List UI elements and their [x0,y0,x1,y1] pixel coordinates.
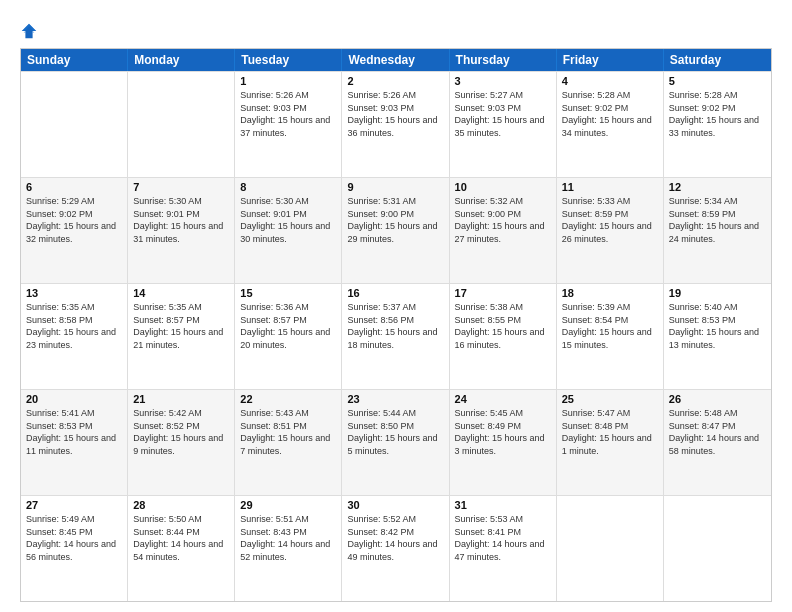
cell-info-text: Sunrise: 5:48 AM Sunset: 8:47 PM Dayligh… [669,407,766,457]
cell-day-number: 4 [562,75,658,87]
calendar-cell: 24Sunrise: 5:45 AM Sunset: 8:49 PM Dayli… [450,390,557,495]
cell-day-number: 15 [240,287,336,299]
calendar-cell: 19Sunrise: 5:40 AM Sunset: 8:53 PM Dayli… [664,284,771,389]
cell-info-text: Sunrise: 5:26 AM Sunset: 9:03 PM Dayligh… [347,89,443,139]
cell-info-text: Sunrise: 5:53 AM Sunset: 8:41 PM Dayligh… [455,513,551,563]
calendar-cell: 11Sunrise: 5:33 AM Sunset: 8:59 PM Dayli… [557,178,664,283]
calendar-cell: 17Sunrise: 5:38 AM Sunset: 8:55 PM Dayli… [450,284,557,389]
cell-info-text: Sunrise: 5:37 AM Sunset: 8:56 PM Dayligh… [347,301,443,351]
cell-day-number: 19 [669,287,766,299]
cell-day-number: 27 [26,499,122,511]
calendar-cell: 27Sunrise: 5:49 AM Sunset: 8:45 PM Dayli… [21,496,128,601]
calendar-cell: 31Sunrise: 5:53 AM Sunset: 8:41 PM Dayli… [450,496,557,601]
page: SundayMondayTuesdayWednesdayThursdayFrid… [0,0,792,612]
cell-day-number: 6 [26,181,122,193]
cell-info-text: Sunrise: 5:35 AM Sunset: 8:58 PM Dayligh… [26,301,122,351]
calendar-header: SundayMondayTuesdayWednesdayThursdayFrid… [21,49,771,71]
calendar-row-1: 1Sunrise: 5:26 AM Sunset: 9:03 PM Daylig… [21,71,771,177]
calendar-cell: 15Sunrise: 5:36 AM Sunset: 8:57 PM Dayli… [235,284,342,389]
calendar-cell: 14Sunrise: 5:35 AM Sunset: 8:57 PM Dayli… [128,284,235,389]
cell-info-text: Sunrise: 5:51 AM Sunset: 8:43 PM Dayligh… [240,513,336,563]
cell-day-number: 14 [133,287,229,299]
cell-day-number: 26 [669,393,766,405]
calendar-cell: 13Sunrise: 5:35 AM Sunset: 8:58 PM Dayli… [21,284,128,389]
calendar-cell [557,496,664,601]
cell-info-text: Sunrise: 5:29 AM Sunset: 9:02 PM Dayligh… [26,195,122,245]
cell-info-text: Sunrise: 5:30 AM Sunset: 9:01 PM Dayligh… [133,195,229,245]
cell-day-number: 29 [240,499,336,511]
header-day-tuesday: Tuesday [235,49,342,71]
cell-info-text: Sunrise: 5:28 AM Sunset: 9:02 PM Dayligh… [669,89,766,139]
calendar-cell: 10Sunrise: 5:32 AM Sunset: 9:00 PM Dayli… [450,178,557,283]
calendar-cell [128,72,235,177]
cell-info-text: Sunrise: 5:40 AM Sunset: 8:53 PM Dayligh… [669,301,766,351]
cell-day-number: 20 [26,393,122,405]
cell-day-number: 9 [347,181,443,193]
calendar-row-2: 6Sunrise: 5:29 AM Sunset: 9:02 PM Daylig… [21,177,771,283]
calendar-cell: 22Sunrise: 5:43 AM Sunset: 8:51 PM Dayli… [235,390,342,495]
cell-info-text: Sunrise: 5:45 AM Sunset: 8:49 PM Dayligh… [455,407,551,457]
calendar-cell: 3Sunrise: 5:27 AM Sunset: 9:03 PM Daylig… [450,72,557,177]
calendar-row-5: 27Sunrise: 5:49 AM Sunset: 8:45 PM Dayli… [21,495,771,601]
cell-info-text: Sunrise: 5:32 AM Sunset: 9:00 PM Dayligh… [455,195,551,245]
calendar-cell: 5Sunrise: 5:28 AM Sunset: 9:02 PM Daylig… [664,72,771,177]
calendar-cell: 6Sunrise: 5:29 AM Sunset: 9:02 PM Daylig… [21,178,128,283]
calendar-cell: 21Sunrise: 5:42 AM Sunset: 8:52 PM Dayli… [128,390,235,495]
calendar-cell: 4Sunrise: 5:28 AM Sunset: 9:02 PM Daylig… [557,72,664,177]
cell-day-number: 3 [455,75,551,87]
cell-day-number: 17 [455,287,551,299]
calendar-cell: 29Sunrise: 5:51 AM Sunset: 8:43 PM Dayli… [235,496,342,601]
cell-info-text: Sunrise: 5:44 AM Sunset: 8:50 PM Dayligh… [347,407,443,457]
cell-day-number: 30 [347,499,443,511]
cell-info-text: Sunrise: 5:52 AM Sunset: 8:42 PM Dayligh… [347,513,443,563]
logo-icon [20,22,38,40]
cell-info-text: Sunrise: 5:31 AM Sunset: 9:00 PM Dayligh… [347,195,443,245]
cell-day-number: 16 [347,287,443,299]
cell-day-number: 28 [133,499,229,511]
cell-info-text: Sunrise: 5:39 AM Sunset: 8:54 PM Dayligh… [562,301,658,351]
calendar-cell: 1Sunrise: 5:26 AM Sunset: 9:03 PM Daylig… [235,72,342,177]
cell-day-number: 7 [133,181,229,193]
cell-info-text: Sunrise: 5:30 AM Sunset: 9:01 PM Dayligh… [240,195,336,245]
cell-day-number: 11 [562,181,658,193]
cell-info-text: Sunrise: 5:36 AM Sunset: 8:57 PM Dayligh… [240,301,336,351]
calendar-cell: 23Sunrise: 5:44 AM Sunset: 8:50 PM Dayli… [342,390,449,495]
header-day-friday: Friday [557,49,664,71]
cell-day-number: 12 [669,181,766,193]
cell-day-number: 22 [240,393,336,405]
calendar-cell: 26Sunrise: 5:48 AM Sunset: 8:47 PM Dayli… [664,390,771,495]
cell-day-number: 25 [562,393,658,405]
cell-day-number: 8 [240,181,336,193]
header [20,16,772,40]
header-day-wednesday: Wednesday [342,49,449,71]
cell-info-text: Sunrise: 5:49 AM Sunset: 8:45 PM Dayligh… [26,513,122,563]
calendar-cell: 18Sunrise: 5:39 AM Sunset: 8:54 PM Dayli… [557,284,664,389]
calendar: SundayMondayTuesdayWednesdayThursdayFrid… [20,48,772,602]
cell-info-text: Sunrise: 5:41 AM Sunset: 8:53 PM Dayligh… [26,407,122,457]
cell-day-number: 24 [455,393,551,405]
cell-info-text: Sunrise: 5:35 AM Sunset: 8:57 PM Dayligh… [133,301,229,351]
cell-info-text: Sunrise: 5:42 AM Sunset: 8:52 PM Dayligh… [133,407,229,457]
cell-info-text: Sunrise: 5:43 AM Sunset: 8:51 PM Dayligh… [240,407,336,457]
header-day-thursday: Thursday [450,49,557,71]
calendar-cell: 20Sunrise: 5:41 AM Sunset: 8:53 PM Dayli… [21,390,128,495]
calendar-row-3: 13Sunrise: 5:35 AM Sunset: 8:58 PM Dayli… [21,283,771,389]
calendar-cell: 9Sunrise: 5:31 AM Sunset: 9:00 PM Daylig… [342,178,449,283]
calendar-cell: 2Sunrise: 5:26 AM Sunset: 9:03 PM Daylig… [342,72,449,177]
calendar-cell [21,72,128,177]
calendar-cell: 28Sunrise: 5:50 AM Sunset: 8:44 PM Dayli… [128,496,235,601]
cell-info-text: Sunrise: 5:27 AM Sunset: 9:03 PM Dayligh… [455,89,551,139]
cell-day-number: 18 [562,287,658,299]
cell-day-number: 23 [347,393,443,405]
calendar-body: 1Sunrise: 5:26 AM Sunset: 9:03 PM Daylig… [21,71,771,601]
calendar-row-4: 20Sunrise: 5:41 AM Sunset: 8:53 PM Dayli… [21,389,771,495]
calendar-cell: 25Sunrise: 5:47 AM Sunset: 8:48 PM Dayli… [557,390,664,495]
calendar-cell [664,496,771,601]
cell-day-number: 5 [669,75,766,87]
cell-day-number: 10 [455,181,551,193]
calendar-cell: 30Sunrise: 5:52 AM Sunset: 8:42 PM Dayli… [342,496,449,601]
cell-info-text: Sunrise: 5:34 AM Sunset: 8:59 PM Dayligh… [669,195,766,245]
cell-info-text: Sunrise: 5:28 AM Sunset: 9:02 PM Dayligh… [562,89,658,139]
header-day-saturday: Saturday [664,49,771,71]
cell-info-text: Sunrise: 5:50 AM Sunset: 8:44 PM Dayligh… [133,513,229,563]
